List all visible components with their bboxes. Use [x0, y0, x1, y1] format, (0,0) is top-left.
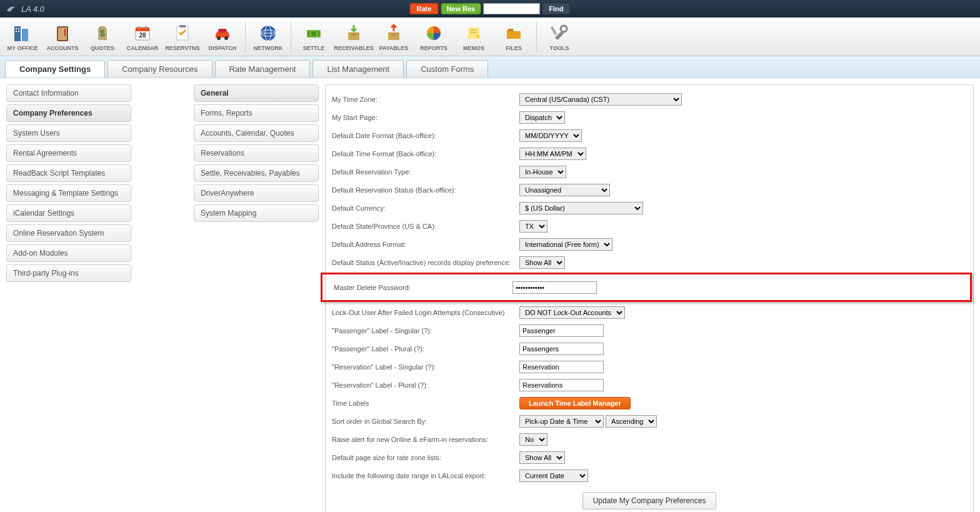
leftnav-system-users[interactable]: System Users: [6, 124, 131, 142]
select-timeformat[interactable]: HH:MM AM/PM: [519, 148, 586, 160]
toolbar-office[interactable]: MY OFFICE: [2, 19, 42, 55]
row-dateformat: Default Date Format (Back-office): MM/DD…: [332, 126, 967, 144]
select-sortorder-field[interactable]: Pick-up Date & Time: [519, 415, 604, 428]
toolbar-payables[interactable]: PAYABLES: [374, 19, 414, 55]
row-ressing: "Reservation" Label - Singular (?):: [332, 358, 967, 376]
label-startpage: My Start Page:: [332, 114, 519, 121]
input-ressing[interactable]: [519, 361, 604, 373]
select-pagesize[interactable]: Show All: [519, 451, 565, 464]
select-displaypref[interactable]: Show All: [519, 256, 565, 269]
tab-company-settings[interactable]: Company Settings: [5, 60, 105, 78]
input-passsing[interactable]: [519, 324, 604, 337]
label-lockout: Lock-Out User After Failed Login Attempt…: [332, 309, 519, 316]
dispatch-icon: [212, 23, 233, 44]
select-resstatus[interactable]: Unassigned: [519, 184, 610, 196]
toolbar-files[interactable]: FILES: [494, 19, 534, 55]
label-currency: Default Currency:: [332, 204, 519, 212]
input-passplu[interactable]: [519, 343, 604, 355]
subnav-reservations[interactable]: Reservations: [194, 144, 319, 162]
toolbar-label: SETTLE: [303, 45, 325, 51]
reservations-icon: [172, 23, 193, 44]
global-search-input[interactable]: [483, 3, 539, 14]
toolbar-separator: [536, 22, 537, 52]
update-button-wrap: Update My Company Preferences: [332, 492, 967, 509]
select-startpage[interactable]: Dispatch: [519, 111, 565, 124]
toolbar-dispatch[interactable]: DISPATCH: [202, 19, 242, 55]
select-addrformat[interactable]: International (Free form): [519, 238, 612, 251]
subnav-system-mapping[interactable]: System Mapping: [194, 204, 319, 222]
toolbar-network[interactable]: NETWORK: [248, 19, 288, 55]
row-currency: Default Currency: $ (US Dollar): [332, 199, 967, 217]
toolbar-tools[interactable]: TOOLS: [539, 19, 579, 55]
subnav-forms-reports[interactable]: Forms, Reports: [194, 104, 319, 122]
toolbar-reservations[interactable]: RESERVTNS: [162, 19, 202, 55]
svg-text:28: 28: [139, 32, 146, 39]
update-preferences-button[interactable]: Update My Company Preferences: [582, 492, 717, 509]
toolbar-receivables[interactable]: RECEIVABLES: [334, 19, 374, 55]
input-resplu[interactable]: [519, 379, 604, 391]
row-pagesize: Default page size for rate zone lists: S…: [332, 448, 967, 466]
leftnav-readback-script-templates[interactable]: ReadBack Script Templates: [6, 164, 131, 182]
subnav-general[interactable]: General: [194, 84, 319, 102]
select-restype[interactable]: In-House: [519, 166, 566, 178]
new-res-button[interactable]: New Res: [441, 3, 481, 14]
svg-rect-1: [22, 29, 28, 41]
rate-button[interactable]: Rate: [410, 3, 439, 14]
label-resplu: "Reservation" Label - Plural (?):: [332, 381, 519, 389]
find-button[interactable]: Find: [542, 3, 570, 14]
content-area: Contact InformationCompany PreferencesSy…: [0, 78, 980, 512]
subnav-accounts-calendar-quotes[interactable]: Accounts, Calendar, Quotes: [194, 124, 319, 142]
label-passplu: "Passenger" Label - Plural (?):: [332, 345, 519, 353]
row-resstatus: Default Reservation Status (Back-office)…: [332, 181, 967, 199]
select-raisealert[interactable]: No: [519, 433, 548, 446]
svg-rect-35: [551, 26, 557, 34]
svg-rect-8: [64, 29, 66, 36]
leftnav-contact-information[interactable]: Contact Information: [6, 84, 131, 102]
settle-icon: [303, 23, 324, 44]
toolbar-reports[interactable]: REPORTS: [414, 19, 454, 55]
row-passsing: "Passenger" Label - Singular (?):: [332, 321, 967, 339]
select-dateformat[interactable]: MM/DD/YYYY: [519, 129, 582, 142]
row-addrformat: Default Address Format: International (F…: [332, 235, 967, 253]
leftnav-third-party-plug-ins[interactable]: Third-party Plug-ins: [6, 264, 131, 282]
toolbar-calendar[interactable]: 28CALENDAR: [122, 19, 162, 55]
toolbar-accounts[interactable]: ACCOUNTS: [42, 19, 82, 55]
input-masterpw[interactable]: [512, 281, 597, 294]
select-lockout[interactable]: DO NOT Lock-Out Accounts: [519, 306, 625, 319]
svg-rect-26: [308, 31, 309, 36]
label-addrformat: Default Address Format:: [332, 241, 519, 248]
toolbar-label: ACCOUNTS: [47, 45, 79, 51]
leftnav-add-on-modules[interactable]: Add-on Modules: [6, 244, 131, 262]
tabs-row: Company SettingsCompany ResourcesRate Ma…: [0, 56, 980, 78]
select-currency[interactable]: $ (US Dollar): [519, 202, 643, 214]
tab-list-management[interactable]: List Management: [312, 60, 404, 78]
tab-rate-management[interactable]: Rate Management: [215, 60, 311, 78]
label-state: Default State/Province (US & CA):: [332, 223, 519, 230]
select-sortorder-dir[interactable]: Ascending: [606, 415, 657, 428]
toolbar-label: TOOLS: [550, 45, 569, 51]
select-state[interactable]: TX: [519, 220, 548, 233]
row-timeformat: Default Time Format (Back-office): HH:MM…: [332, 144, 967, 163]
launch-time-label-button[interactable]: Launch Time Label Manager: [519, 397, 631, 409]
toolbar-memos[interactable]: MEMOS: [454, 19, 494, 55]
tab-custom-forms[interactable]: Custom Forms: [406, 60, 488, 78]
select-daterange[interactable]: Current Date: [519, 469, 588, 482]
toolbar-settle[interactable]: SETTLE: [294, 19, 334, 55]
label-displaypref: Default Status (Active/Inactive) records…: [332, 259, 519, 266]
logo-icon: [6, 4, 19, 13]
leftnav-online-reservation-system[interactable]: Online Reservation System: [6, 224, 131, 242]
select-timezone[interactable]: Central (US/Canada) (CST): [519, 93, 682, 106]
leftnav-icalendar-settings[interactable]: iCalendar Settings: [6, 204, 131, 222]
subnav-settle-receivables-payables[interactable]: Settle, Receivables, Payables: [194, 164, 319, 182]
leftnav-company-preferences[interactable]: Company Preferences: [6, 104, 131, 122]
tab-company-resources[interactable]: Company Resources: [108, 60, 212, 78]
leftnav-rental-agreements[interactable]: Rental Agreements: [6, 144, 131, 162]
subnav-driveranywhere[interactable]: DriverAnywhere: [194, 184, 319, 202]
row-raisealert: Raise alert for new Online & eFarm-in re…: [332, 430, 967, 448]
app-title: LA 4.0: [21, 4, 44, 14]
svg-rect-4: [16, 31, 17, 32]
leftnav-messaging-template-settings[interactable]: Messaging & Template Settings: [6, 184, 131, 202]
svg-point-13: [145, 26, 148, 29]
toolbar-label: MEMOS: [463, 45, 484, 51]
toolbar-quotes[interactable]: $QUOTES: [82, 19, 122, 55]
